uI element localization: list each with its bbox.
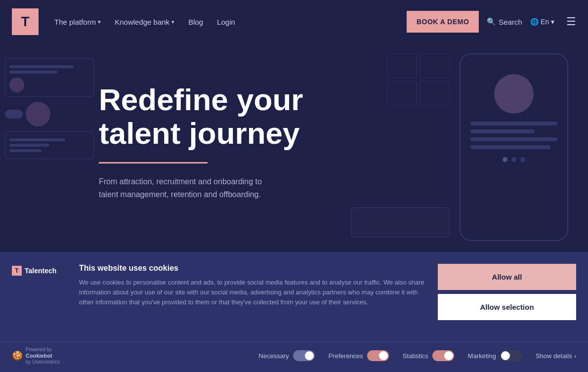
cookie-buttons: Allow all Allow selection: [438, 264, 576, 341]
toggle-preferences: Preferences: [329, 350, 389, 361]
cookiebot-text: Powered by Cookiebot by Usercentrics: [26, 347, 60, 365]
toggle-necessary: Necessary: [258, 350, 314, 361]
brand-icon: T: [12, 266, 22, 276]
menu-icon: ☰: [566, 15, 576, 28]
cookie-text-block: This website uses cookies We use cookies…: [79, 264, 430, 307]
cookie-description: We use cookies to personalise content an…: [79, 278, 430, 307]
toggle-marketing-track[interactable]: [500, 350, 522, 361]
book-demo-button[interactable]: BOOK A DEMO: [407, 11, 479, 33]
toggle-knob: [444, 351, 453, 360]
nav-links: The platform ▾ Knowledge bank ▾ Blog Log…: [54, 18, 407, 26]
logo[interactable]: T: [12, 8, 39, 35]
toggle-preferences-track[interactable]: [367, 350, 389, 361]
toggle-necessary-track[interactable]: [293, 350, 315, 361]
cookie-banner: T Talentech This website uses cookies We…: [0, 252, 588, 372]
toggle-statistics: Statistics: [403, 350, 454, 361]
hero-content: Redefine your talent journey From attrac…: [99, 43, 346, 201]
toggle-group: Necessary Preferences Statistics Marketi…: [258, 350, 576, 361]
hero-title: Redefine your talent journey: [99, 83, 346, 150]
toggle-knob: [379, 351, 388, 360]
deco-right: [331, 43, 588, 252]
hero-subtitle: From attraction, recruitment and onboard…: [99, 175, 277, 201]
nav-item-login[interactable]: Login: [217, 18, 235, 26]
toggle-knob: [501, 351, 510, 360]
search-icon: 🔍: [487, 17, 496, 26]
hamburger-button[interactable]: ☰: [566, 15, 576, 28]
toggle-marketing: Marketing: [468, 350, 522, 361]
cookie-left: T Talentech This website uses cookies We…: [12, 264, 430, 341]
search-button[interactable]: 🔍 Search: [487, 17, 522, 26]
language-button[interactable]: 🌐 En ▾: [530, 18, 554, 26]
nav-item-platform[interactable]: The platform ▾: [54, 18, 101, 26]
chevron-down-icon: ▾: [98, 19, 101, 25]
globe-icon: 🌐: [530, 18, 539, 26]
chevron-down-icon: ▾: [171, 19, 174, 25]
deco-left: [0, 43, 99, 252]
allow-selection-button[interactable]: Allow selection: [438, 294, 576, 320]
cookie-footer: 🍪 Powered by Cookiebot by Usercentrics N…: [0, 341, 588, 372]
hero-underline: [99, 162, 208, 164]
show-details-button[interactable]: Show details ›: [536, 352, 576, 360]
chevron-right-icon: ›: [574, 352, 576, 360]
talentech-logo: T Talentech: [12, 264, 71, 276]
cookie-title: This website uses cookies: [79, 264, 430, 273]
toggle-statistics-track[interactable]: [432, 350, 454, 361]
nav-item-blog[interactable]: Blog: [188, 18, 203, 26]
cookie-main: T Talentech This website uses cookies We…: [0, 252, 588, 341]
cookiebot-icon: 🍪: [12, 350, 23, 361]
cookiebot-logo: 🍪 Powered by Cookiebot by Usercentrics: [12, 347, 60, 365]
nav-right: BOOK A DEMO 🔍 Search 🌐 En ▾ ☰: [407, 11, 576, 33]
toggle-knob: [305, 351, 314, 360]
allow-all-button[interactable]: Allow all: [438, 264, 576, 290]
navbar: T The platform ▾ Knowledge bank ▾ Blog L…: [0, 0, 588, 43]
nav-item-knowledge[interactable]: Knowledge bank ▾: [115, 18, 174, 26]
chevron-down-icon: ▾: [551, 18, 554, 26]
